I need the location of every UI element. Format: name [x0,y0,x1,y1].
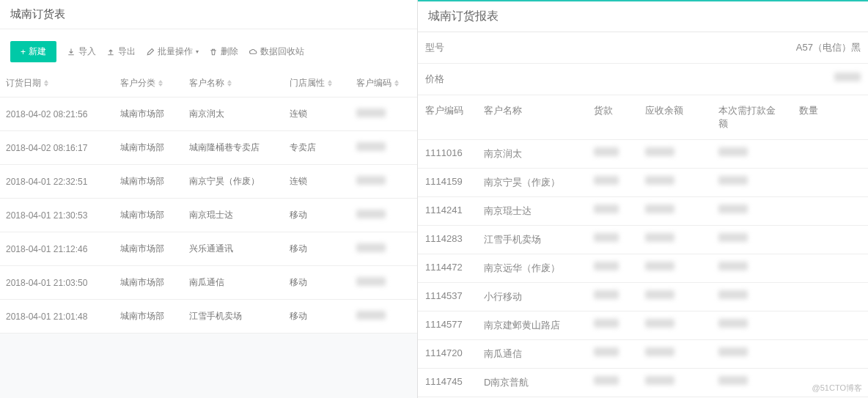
cell-category: 城南市场部 [114,232,183,266]
table-row[interactable]: 2018-04-01 21:30:53城南市场部南京琨士达移动 [0,199,417,232]
cell-name: 小行移动 [477,283,586,311]
cell-money [586,283,638,311]
cell-pay [711,283,792,311]
delete-button[interactable]: 删除 [209,45,238,58]
table-row[interactable]: 1114241南京琨士达 [418,197,868,226]
col-code[interactable]: 客户编码 [350,70,417,97]
cell-attr: 移动 [284,232,350,266]
cloud-icon [249,48,257,56]
cell-qty [792,169,836,196]
cell-code [350,97,417,131]
cell-name: 兴乐通通讯 [183,232,284,266]
cell-receivable [638,283,711,311]
cell-money [586,140,638,168]
chevron-down-icon: ▾ [196,48,199,55]
h-qty: 数量 [792,95,836,139]
cell-qty [792,226,836,254]
cell-money [586,226,638,254]
cell-date: 2018-04-01 21:01:48 [0,300,114,333]
cell-attr: 专卖店 [284,131,350,165]
cell-attr: 移动 [284,199,350,232]
toolbar: + 新建 导入 导出 批量操作 ▾ 删除 数据回收站 [0,29,417,70]
cell-code: 1114577 [418,312,477,339]
cell-code: 1114472 [418,254,477,282]
cell-category: 城南市场部 [114,300,183,333]
cell-qty [792,197,836,225]
right-title: 城南订货报表 [418,1,868,32]
col-attr[interactable]: 门店属性 [284,70,350,97]
download-icon [67,48,76,56]
table-row[interactable]: 1114577南京建邺黄山路店 [418,312,868,340]
table-row[interactable]: 2018-04-02 08:16:17城南市场部城南隆桶巷专卖店专卖店 [0,131,417,165]
cell-receivable [638,169,711,196]
cell-attr: 移动 [284,266,350,300]
sort-icon [328,80,332,86]
cell-code [350,131,417,165]
h-pay: 本次需打款金额 [711,95,792,139]
recycle-label: 数据回收站 [260,45,304,58]
cell-name: 南京宁昊（作废） [477,169,586,196]
table-row[interactable]: 1111016南京润太 [418,140,868,169]
table-row[interactable]: 1114720南瓜通信 [418,340,868,369]
right-body: 1111016南京润太1114159南京宁昊（作废）1114241南京琨士达11… [418,140,868,398]
import-button[interactable]: 导入 [67,45,96,58]
col-category[interactable]: 客户分类 [114,70,183,97]
cell-category: 城南市场部 [114,97,183,131]
export-button[interactable]: 导出 [106,45,136,58]
col-name[interactable]: 客户名称 [183,70,284,97]
cell-attr: 连锁 [284,165,350,199]
cell-receivable [638,254,711,282]
cell-name: 南京宁昊（作废） [183,165,284,199]
cell-pay [711,254,792,282]
cell-category: 城南市场部 [114,199,183,232]
model-label: 型号 [418,32,477,63]
cell-receivable [638,140,711,168]
cell-code: 1111016 [418,140,477,168]
cell-code [350,300,417,333]
table-row[interactable]: 1114537小行移动 [418,283,868,312]
table-row[interactable]: 1114745D南京普航 [418,369,868,397]
recycle-button[interactable]: 数据回收站 [249,45,304,58]
cell-money [586,197,638,225]
cell-date: 2018-04-01 21:12:46 [0,232,114,266]
table-row[interactable]: 2018-04-02 08:21:56城南市场部南京润太连锁 [0,97,417,131]
h-money: 货款 [586,95,638,139]
col-date[interactable]: 订货日期 [0,70,114,97]
cell-pay [711,140,792,168]
cell-date: 2018-04-02 08:21:56 [0,97,114,131]
cell-name: 江雪手机卖场 [477,226,586,254]
cell-pay [711,197,792,225]
cell-name: 南瓜通信 [183,266,284,300]
cell-code: 1114720 [418,340,477,368]
cell-name: 南瓜通信 [477,340,586,368]
table-row[interactable]: 2018-04-01 22:32:51城南市场部南京宁昊（作废）连锁 [0,165,417,199]
cell-pay [711,312,792,339]
cell-category: 城南市场部 [114,266,183,300]
table-row[interactable]: 1114159南京宁昊（作废） [418,169,868,197]
table-row[interactable]: 1114472南京远华（作废） [418,254,868,283]
cell-pay [711,369,792,397]
price-value [827,64,868,95]
table-row[interactable]: 2018-04-01 21:01:48城南市场部江雪手机卖场移动 [0,300,417,333]
left-panel: 城南订货表 + 新建 导入 导出 批量操作 ▾ 删除 数据回收站 [0,0,418,398]
price-label: 价格 [418,64,477,95]
cell-date: 2018-04-01 21:03:50 [0,266,114,300]
table-row[interactable]: 2018-04-01 21:12:46城南市场部兴乐通通讯移动 [0,232,417,266]
cell-qty [792,140,836,168]
cell-money [586,312,638,339]
new-button-label: 新建 [29,45,46,58]
sort-icon [394,80,399,86]
batch-button[interactable]: 批量操作 ▾ [146,45,199,58]
cell-name: 南京琨士达 [477,197,586,225]
cell-code [350,165,417,199]
col-date-label: 订货日期 [6,78,41,88]
table-row[interactable]: 2018-04-01 21:03:50城南市场部南瓜通信移动 [0,266,417,300]
cell-name: 南京润太 [183,97,284,131]
cell-name: 南京琨士达 [183,199,284,232]
batch-label: 批量操作 [158,45,193,58]
table-row[interactable]: 1114283江雪手机卖场 [418,226,868,254]
new-button[interactable]: + 新建 [10,41,56,62]
col-name-label: 客户名称 [189,78,224,88]
right-header: 客户编码 客户名称 货款 应收余额 本次需打款金额 数量 [418,95,868,140]
cell-code [350,266,417,300]
